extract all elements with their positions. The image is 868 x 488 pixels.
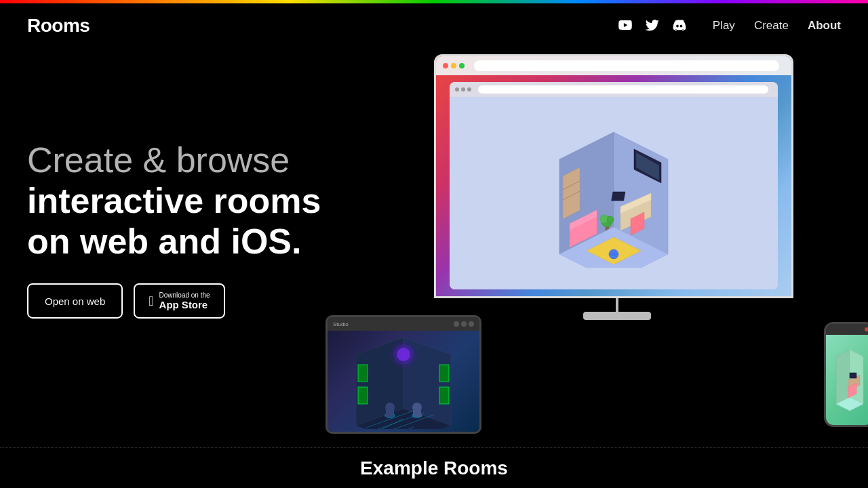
svg-rect-31 <box>358 365 368 382</box>
monitor-mockup <box>434 54 800 332</box>
tablet-title: Studio <box>333 321 451 327</box>
svg-rect-33 <box>358 387 368 404</box>
hero-image-area: Studio <box>326 47 868 447</box>
svg-rect-51 <box>850 373 856 378</box>
hero-title: Create & browse interactive rooms on web… <box>27 140 321 262</box>
svg-point-18 <box>607 216 614 223</box>
download-on-label: Download on the <box>159 291 210 299</box>
app-store-label: App Store <box>159 299 208 310</box>
about-nav-link[interactable]: About <box>808 19 841 33</box>
isometric-room-svg <box>519 119 709 268</box>
inner-browser <box>450 82 778 289</box>
monitor-base <box>583 312 651 320</box>
svg-marker-47 <box>836 350 850 404</box>
navigation: Play Create About <box>618 18 841 33</box>
discord-icon[interactable] <box>672 18 687 33</box>
phone-chrome <box>826 324 868 335</box>
tablet-controls <box>454 321 474 327</box>
inner-dot-2 <box>461 87 465 92</box>
monitor-neck <box>616 298 618 312</box>
example-rooms-title: Example Rooms <box>360 458 508 479</box>
nav-links: Play Create About <box>713 19 841 33</box>
browser-chrome <box>436 56 791 75</box>
svg-point-19 <box>609 249 618 259</box>
header: Rooms Play Create <box>0 3 868 47</box>
phone-room-content <box>826 335 868 425</box>
tablet-ctrl-1 <box>454 321 459 327</box>
youtube-icon[interactable] <box>618 18 633 33</box>
apple-icon:  <box>149 294 153 308</box>
hero-buttons: Open on web  Download on the App Store <box>27 283 321 319</box>
tablet-ctrl-2 <box>461 321 467 327</box>
hero-text: Create & browse interactive rooms on web… <box>27 140 321 319</box>
dot-green <box>459 63 465 68</box>
example-rooms-section: Example Rooms <box>0 447 868 488</box>
tablet-chrome: Studio <box>328 317 479 331</box>
hero-section: Create & browse interactive rooms on web… <box>0 47 868 447</box>
logo[interactable]: Rooms <box>27 15 90 37</box>
phone-room-svg <box>829 343 869 418</box>
phone-mockup <box>824 322 868 427</box>
inner-dot-1 <box>455 87 459 92</box>
play-nav-link[interactable]: Play <box>713 19 735 33</box>
browser-url-bar <box>474 60 779 71</box>
monitor-screen <box>434 54 793 298</box>
hero-title-line3: on web and iOS. <box>27 222 301 261</box>
open-on-web-button[interactable]: Open on web <box>27 283 123 319</box>
hero-title-line2: interactive rooms <box>27 181 321 220</box>
tablet-mockup: Studio <box>326 315 481 434</box>
monitor-stand-area <box>434 298 800 320</box>
svg-point-46 <box>390 341 417 368</box>
svg-rect-9 <box>612 192 625 201</box>
browser-content <box>436 75 791 296</box>
tablet-ctrl-3 <box>469 321 474 327</box>
app-store-button[interactable]:  Download on the App Store <box>134 283 224 319</box>
tablet-frame: Studio <box>326 315 481 434</box>
browser-dots <box>443 63 465 68</box>
inner-dots <box>455 87 471 92</box>
svg-marker-10 <box>563 167 580 219</box>
inner-room-content <box>450 97 778 289</box>
create-nav-link[interactable]: Create <box>754 19 789 33</box>
room-3d-illustration <box>450 97 778 289</box>
svg-rect-40 <box>386 410 394 417</box>
dark-room-svg <box>336 334 471 429</box>
dark-room-illustration <box>328 331 479 432</box>
inner-url-bar <box>478 85 768 94</box>
svg-rect-43 <box>413 410 421 417</box>
dot-red <box>443 63 448 68</box>
dot-yellow <box>451 63 456 68</box>
social-icons <box>618 18 687 33</box>
hero-title-line1: Create & browse <box>27 140 290 180</box>
svg-rect-35 <box>439 365 449 382</box>
twitter-icon[interactable] <box>645 18 660 33</box>
phone-dot <box>865 327 868 331</box>
tablet-room-content <box>328 331 479 432</box>
inner-chrome <box>450 82 778 97</box>
inner-dot-3 <box>467 87 471 92</box>
phone-frame <box>824 322 868 427</box>
svg-rect-37 <box>439 387 449 404</box>
